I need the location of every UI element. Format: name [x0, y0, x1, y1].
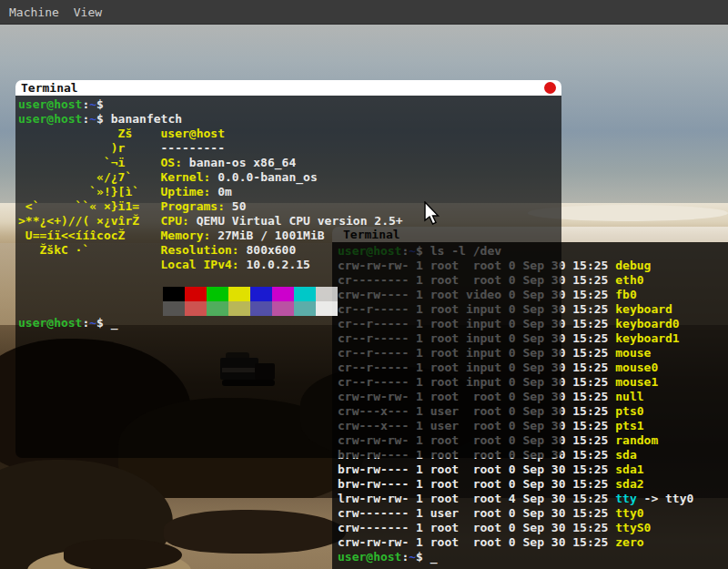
color-palette-row2	[163, 301, 561, 316]
mouse-cursor-icon	[424, 201, 442, 227]
rock	[164, 510, 346, 554]
menu-bar: Machine View	[0, 0, 728, 25]
menu-item-machine[interactable]: Machine	[9, 0, 59, 25]
terminal1-output-top: user@host:~$user@host:~$ bananfetch Zš u…	[18, 97, 561, 287]
terminal1-title: Terminal	[21, 81, 78, 95]
terminal1-content[interactable]: user@host:~$user@host:~$ bananfetch Zš u…	[15, 96, 561, 458]
terminal1-prompt: user@host:~$ _	[18, 316, 561, 330]
close-button[interactable]	[544, 82, 556, 94]
screen: Machine View Terminal user@host:~$ ls -l…	[0, 0, 728, 569]
color-palette-row1	[163, 287, 561, 301]
terminal1-titlebar[interactable]: Terminal	[15, 80, 561, 96]
terminal1-window: Terminal user@host:~$user@host:~$ bananf…	[15, 80, 561, 458]
menu-item-view[interactable]: View	[74, 0, 102, 25]
rock	[64, 539, 182, 569]
